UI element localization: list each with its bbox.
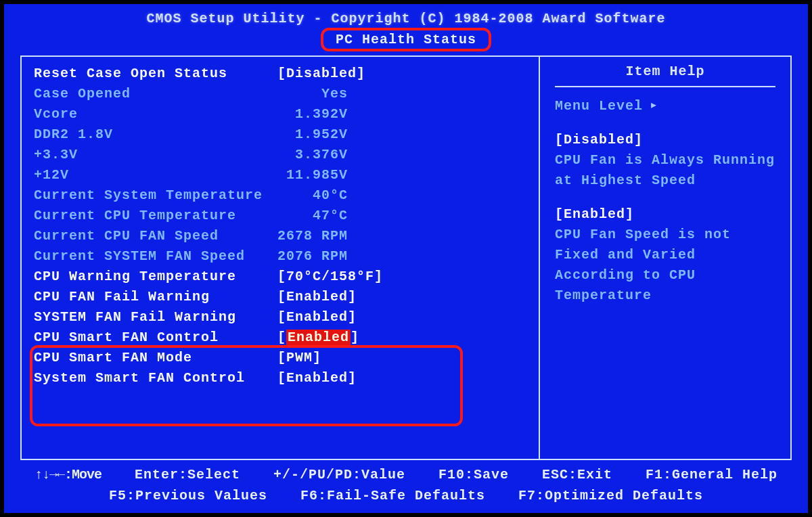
- help-panel: Item Help Menu Level▸ [Disabled]CPU Fan …: [540, 57, 790, 459]
- setting-label: DDR2 1.8V: [34, 125, 277, 145]
- setting-row: Current SYSTEM FAN Speed2076 RPM: [34, 246, 526, 267]
- setting-row: Vcore 1.392V: [34, 104, 526, 125]
- setting-row[interactable]: System Smart FAN Control[Enabled]: [34, 368, 526, 388]
- setting-row[interactable]: CPU Smart FAN Control[Enabled]: [34, 328, 526, 348]
- setting-value: 2678 RPM: [277, 226, 348, 246]
- legend-help: F1:General Help: [646, 467, 777, 482]
- setting-row: +12V 11.985V: [34, 165, 526, 185]
- chevron-right-icon: ▸: [650, 96, 658, 113]
- header: CMOS Setup Utility - Copyright (C) 1984-…: [20, 9, 792, 55]
- page-title: PC Health Status: [336, 32, 476, 47]
- legend-prev: F5:Previous Values: [109, 488, 267, 503]
- setting-row[interactable]: CPU Smart FAN Mode[PWM]: [34, 348, 526, 368]
- setting-value[interactable]: [Enabled]: [277, 287, 357, 307]
- setting-label: Current CPU FAN Speed: [34, 226, 277, 246]
- setting-label: CPU Warning Temperature: [34, 267, 277, 287]
- menu-level: Menu Level▸: [555, 97, 775, 114]
- setting-value[interactable]: [Enabled]: [277, 307, 357, 328]
- setting-row: +3.3V 3.376V: [34, 145, 526, 165]
- setting-value[interactable]: [Disabled]: [277, 64, 365, 84]
- setting-label: +3.3V: [34, 145, 277, 165]
- legend-value: +/-/PU/PD:Value: [273, 467, 405, 482]
- setting-value[interactable]: [PWM]: [277, 348, 321, 368]
- setting-row: Current System Temperature 40°C: [34, 185, 526, 206]
- setting-label: CPU Smart FAN Mode: [34, 348, 277, 368]
- setting-value: 2076 RPM: [277, 246, 348, 267]
- help-section: [Enabled]CPU Fan Speed is not Fixed and …: [555, 204, 775, 306]
- setting-row[interactable]: CPU FAN Fail Warning[Enabled]: [34, 287, 526, 307]
- setting-label: Current SYSTEM FAN Speed: [34, 246, 277, 267]
- setting-value[interactable]: [70°C/158°F]: [277, 267, 383, 287]
- setting-value: 11.985V: [277, 165, 348, 185]
- setting-label: Vcore: [34, 104, 277, 125]
- legend-move: ↑↓→←:Move: [35, 467, 102, 482]
- legend-save: F10:Save: [438, 467, 509, 482]
- key-legend: ↑↓→←:Move Enter:Select +/-/PU/PD:Value F…: [20, 460, 792, 508]
- setting-value: 1.392V: [277, 104, 348, 125]
- setting-value: 3.376V: [277, 145, 348, 165]
- help-section: [Disabled]CPU Fan is Always Running at H…: [555, 130, 775, 191]
- setting-row: Case Opened Yes: [34, 84, 526, 104]
- setting-value[interactable]: [Enabled]: [277, 368, 357, 388]
- setting-row[interactable]: Reset Case Open Status[Disabled]: [34, 64, 526, 84]
- setting-label: +12V: [34, 165, 277, 185]
- setting-row: Current CPU FAN Speed2678 RPM: [34, 226, 526, 246]
- setting-row[interactable]: CPU Warning Temperature[70°C/158°F]: [34, 267, 526, 287]
- bios-title: CMOS Setup Utility - Copyright (C) 1984-…: [20, 11, 792, 26]
- setting-label: Case Opened: [34, 84, 277, 104]
- page-title-box: PC Health Status: [321, 28, 491, 51]
- bios-screen: CMOS Setup Utility - Copyright (C) 1984-…: [4, 4, 808, 513]
- setting-label: Current System Temperature: [34, 185, 277, 206]
- settings-panel[interactable]: Reset Case Open Status[Disabled]Case Ope…: [22, 57, 540, 459]
- legend-enter: Enter:Select: [135, 467, 240, 482]
- setting-value: 47°C: [277, 206, 348, 226]
- setting-value: 1.952V: [277, 125, 348, 145]
- setting-value: 40°C: [277, 185, 348, 206]
- setting-label: Reset Case Open Status: [34, 64, 277, 84]
- setting-value[interactable]: [Enabled]: [277, 328, 359, 348]
- setting-row: DDR2 1.8V 1.952V: [34, 125, 526, 145]
- setting-row: Current CPU Temperature 47°C: [34, 206, 526, 226]
- setting-value: Yes: [277, 84, 348, 104]
- setting-label: System Smart FAN Control: [34, 368, 277, 388]
- setting-row[interactable]: SYSTEM FAN Fail Warning[Enabled]: [34, 307, 526, 328]
- legend-failsafe: F6:Fail-Safe Defaults: [300, 488, 485, 503]
- content-frame: Reset Case Open Status[Disabled]Case Ope…: [20, 55, 792, 460]
- setting-label: Current CPU Temperature: [34, 206, 277, 226]
- legend-exit: ESC:Exit: [542, 467, 612, 482]
- setting-label: CPU FAN Fail Warning: [34, 287, 277, 307]
- setting-label: CPU Smart FAN Control: [34, 328, 277, 348]
- help-title: Item Help: [555, 64, 775, 87]
- legend-optimized: F7:Optimized Defaults: [518, 488, 703, 503]
- setting-label: SYSTEM FAN Fail Warning: [34, 307, 277, 328]
